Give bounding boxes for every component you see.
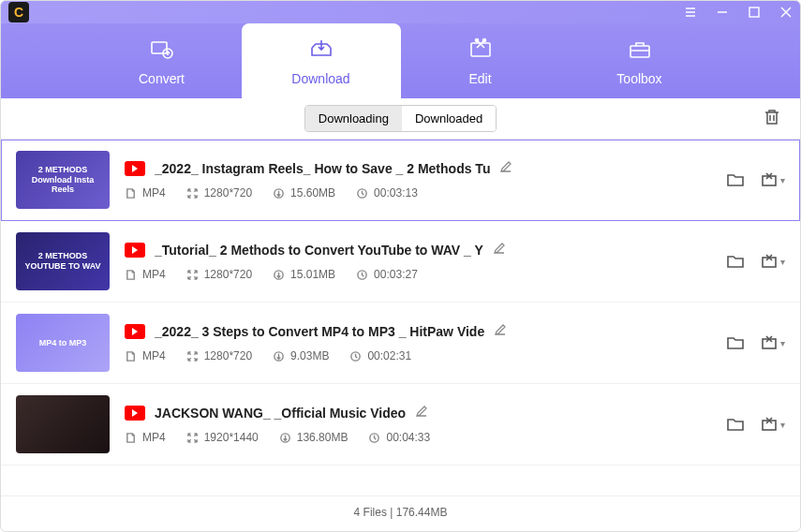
tab-edit[interactable]: Edit [401,23,560,98]
svg-rect-15 [763,176,776,185]
item-meta: _2022_ Instagram Reels_ How to Save _ 2 … [125,160,711,200]
rename-icon[interactable] [499,160,512,177]
edit-action-icon[interactable]: ▾ [760,252,785,271]
resolution-stat: 1280*720 [186,268,252,281]
item-meta: _2022_ 3 Steps to Convert MP4 to MP3 _ H… [125,323,711,362]
download-list: 2 METHODS Download Insta Reels _2022_ In… [1,140,800,495]
size-stat: 9.03MB [273,349,329,362]
tab-label: Download [291,71,349,86]
edit-icon [467,37,494,66]
svg-point-10 [475,38,478,41]
svg-rect-24 [763,421,776,430]
format-stat: MP4 [125,268,166,281]
resolution-stat: 1280*720 [186,349,252,362]
item-actions: ▾ [726,415,785,434]
list-item[interactable]: 2 METHODS Download Insta Reels _2022_ In… [1,140,800,221]
youtube-icon [125,161,145,176]
size-stat: 15.01MB [273,268,335,281]
close-icon[interactable] [779,6,793,19]
svg-rect-21 [763,339,776,348]
tab-toolbox[interactable]: Toolbox [560,23,719,98]
folder-icon[interactable] [726,252,745,271]
rename-icon[interactable] [415,405,428,421]
item-actions: ▾ [726,333,785,352]
duration-stat: 00:03:27 [356,268,418,281]
format-stat: MP4 [125,431,166,444]
item-meta: _Tutorial_ 2 Methods to Convert YouTube … [125,242,711,281]
download-icon [308,37,334,66]
folder-icon[interactable] [726,415,745,434]
segment-downloaded[interactable]: Downloaded [402,106,496,131]
item-meta: JACKSON WANG_ _Official Music Video MP4 … [125,405,711,444]
duration-stat: 00:02:31 [349,349,411,362]
item-actions: ▾ [726,252,785,271]
tab-label: Convert [139,71,185,86]
rename-icon[interactable] [494,323,507,340]
segment-downloading[interactable]: Downloading [305,106,402,131]
item-title: _Tutorial_ 2 Methods to Convert YouTube … [155,243,483,258]
menu-icon[interactable] [684,6,697,19]
item-title: _2022_ 3 Steps to Convert MP4 to MP3 _ H… [155,324,484,339]
size-stat: 136.80MB [279,431,349,444]
thumbnail: 2 METHODS YOUTUBE TO WAV [16,232,110,290]
svg-rect-18 [763,258,776,267]
edit-action-icon[interactable]: ▾ [760,415,785,434]
list-item[interactable]: JACKSON WANG_ _Official Music Video MP4 … [1,384,800,466]
svg-point-11 [482,38,485,41]
trash-icon[interactable] [763,108,781,130]
size-stat: 15.60MB [273,186,335,200]
segmented-control: Downloading Downloaded [304,105,497,132]
item-title: _2022_ Instagram Reels_ How to Save _ 2 … [155,161,490,176]
thumbnail: MP4 to MP3 [16,314,110,372]
item-actions: ▾ [726,170,785,189]
tab-convert[interactable]: Convert [82,23,242,98]
duration-stat: 00:04:33 [368,431,430,444]
titlebar: C [1,1,800,23]
resolution-stat: 1920*1440 [186,431,259,444]
youtube-icon [125,324,145,339]
rename-icon[interactable] [493,242,506,259]
edit-action-icon[interactable]: ▾ [760,333,785,352]
list-item[interactable]: MP4 to MP3 _2022_ 3 Steps to Convert MP4… [1,303,800,384]
tab-download[interactable]: Download [242,23,401,98]
folder-icon[interactable] [726,170,745,189]
list-item[interactable]: 2 METHODS YOUTUBE TO WAV _Tutorial_ 2 Me… [1,221,800,303]
svg-rect-12 [630,46,649,57]
duration-stat: 00:03:13 [356,186,418,200]
window-controls [684,6,793,19]
svg-rect-7 [152,42,167,53]
format-stat: MP4 [125,186,166,200]
toolbox-icon [627,37,653,66]
svg-rect-4 [749,7,759,17]
convert-icon [149,37,175,66]
maximize-icon[interactable] [748,6,761,19]
format-stat: MP4 [125,349,166,362]
thumbnail: 2 METHODS Download Insta Reels [16,151,110,209]
folder-icon[interactable] [726,333,745,352]
resolution-stat: 1280*720 [186,186,252,200]
minimize-icon[interactable] [716,6,729,19]
status-footer: 4 Files | 176.44MB [1,495,800,527]
thumbnail [16,395,110,453]
edit-action-icon[interactable]: ▾ [760,170,785,189]
tab-label: Toolbox [616,71,661,86]
app-logo: C [8,2,29,22]
youtube-icon [125,243,145,258]
sub-toolbar: Downloading Downloaded [1,98,800,140]
tab-label: Edit [468,71,491,86]
item-title: JACKSON WANG_ _Official Music Video [155,406,406,421]
youtube-icon [125,406,145,421]
main-tabs: Convert Download Edit Toolbox [1,23,800,98]
